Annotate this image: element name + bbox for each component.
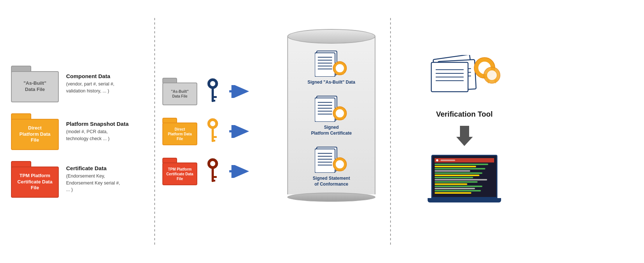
svg-point-51 [335,160,344,169]
left-section: "As-Built"Data File Component Data (vend… [11,66,147,198]
arrow-3 [229,164,251,179]
mid-folder-asbuilt-label: "As-Built"Data File [171,89,189,99]
svg-rect-3 [212,96,217,98]
svg-marker-75 [456,126,473,146]
arrow-1 [229,84,251,99]
component-data-desc: (vendor, part #, serial #,validation his… [66,81,147,95]
svg-point-40 [335,109,344,118]
mid-folder-asbuilt: "As-Built"Data File [162,78,197,105]
arrow-2 [229,124,251,139]
svg-rect-17 [212,176,217,178]
certificate-data-label: Certificate Data (Endorsement Key,Endors… [66,165,147,193]
laptop-base [428,198,501,202]
svg-rect-18 [212,180,215,182]
cylinder-top [287,29,375,44]
certificate-data-title: Certificate Data [66,165,147,171]
svg-rect-11 [212,140,215,142]
key-gold-icon [203,117,223,146]
sign-row-1: "As-Built"Data File [162,77,280,106]
component-data-title: Component Data [66,73,147,79]
platform-snapshot-title: Platform Snapshot Data [66,121,147,127]
data-item-platform: DirectPlatform DataFile Platform Snapsho… [11,113,147,150]
middle-section: "As-Built"Data File [162,77,280,186]
svg-rect-22 [315,53,335,77]
stacked-certs-group [428,55,501,103]
sign-row-3: TPM PlatformCertificate DataFile [162,157,280,186]
platform-snapshot-label: Platform Snapshot Data (model #, PCR dat… [66,121,147,142]
mid-folder-tpm: TPM PlatformCertificate DataFile [162,158,197,185]
folder-asbuilt-label: "As-Built"Data File [24,80,46,93]
divider-1 [154,18,155,245]
sign-row-2: DirectPlatform DataFile [162,117,280,146]
cylinder-bottom [287,193,375,202]
svg-rect-10 [212,136,217,138]
folder-tpm: TPM PlatformCertificate DataFile [11,161,59,198]
svg-point-72 [487,70,497,80]
data-item-asbuilt: "As-Built"Data File Component Data (vend… [11,66,147,102]
cert-item-asbuilt: Signed "As-Built" Data [307,49,355,85]
cert-item-conformance: Signed Statementof Conformance [313,145,350,187]
divider-2 [390,18,391,245]
data-item-tpm: TPM PlatformCertificate DataFile Certifi… [11,161,147,198]
cert-conformance-label: Signed Statementof Conformance [313,176,350,187]
mid-folder-tpm-label: TPM PlatformCertificate DataFile [166,167,193,181]
component-data-label: Component Data (vendor, part #, serial #… [66,73,147,95]
folder-platform-label: DirectPlatform DataFile [19,125,51,144]
cylinder-body: Signed "As-Built" Data [287,36,375,195]
key-dark-icon [203,77,223,106]
platform-snapshot-desc: (model #, PCR data,technology check ... … [66,128,147,142]
svg-rect-44 [315,149,335,173]
laptop-screen [431,155,497,198]
key-red-icon [203,157,223,186]
svg-point-29 [335,64,344,73]
svg-rect-33 [315,98,335,122]
mid-folder-platform-label: DirectPlatform DataFile [168,127,192,141]
right-section: Verification Tool [406,55,523,208]
certificate-data-desc: (Endorsement Key,Endorsement Key serial … [66,173,147,193]
mid-folder-platform: DirectPlatform DataFile [162,118,197,145]
svg-point-1 [210,81,215,86]
cylinder-container: Signed "As-Built" Data [287,29,375,234]
laptop-group [428,155,501,208]
folder-platform: DirectPlatform DataFile [11,113,59,150]
cert-item-platform: SignedPlatform Certificate [311,94,352,136]
svg-point-15 [210,161,215,166]
svg-point-8 [210,121,215,126]
cylinder-section: Signed "As-Built" Data [280,29,383,234]
svg-rect-4 [212,100,215,102]
verification-tool-title: Verification Tool [436,110,493,118]
cert-asbuilt-label: Signed "As-Built" Data [307,80,355,85]
folder-tpm-label: TPM PlatformCertificate DataFile [17,173,52,191]
down-arrow-icon [456,126,473,147]
folder-asbuilt: "As-Built"Data File [11,66,59,102]
cert-platform-label: SignedPlatform Certificate [311,125,352,136]
